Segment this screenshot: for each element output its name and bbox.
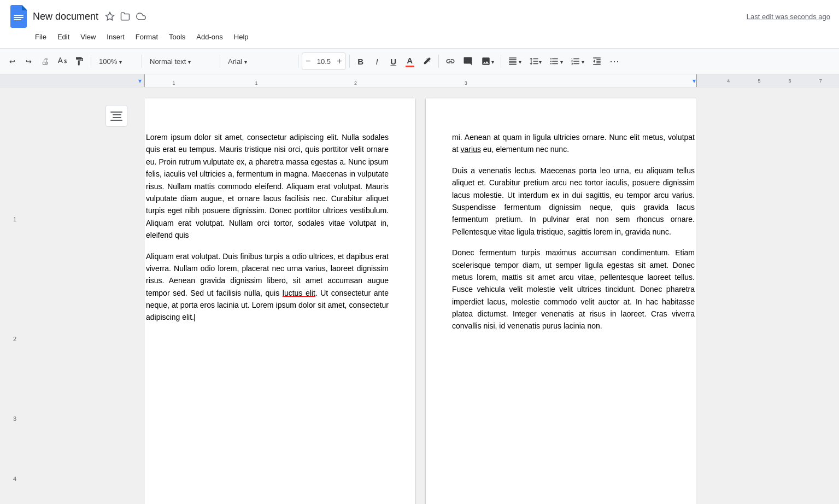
font-chevron-icon	[244, 57, 247, 66]
document-area[interactable]: Lorem ipsum dolor sit amet, consectetur …	[145, 87, 696, 504]
outline-line-4	[110, 120, 122, 121]
print-button[interactable]	[37, 52, 52, 70]
svg-marker-3	[106, 13, 114, 20]
right-panel	[696, 87, 839, 504]
folder-icon[interactable]	[120, 11, 130, 21]
ruler-tick-5: 4	[727, 78, 730, 84]
comment-button[interactable]	[460, 52, 476, 70]
page-num-2: 2	[13, 336, 16, 342]
style-chevron-icon	[188, 57, 191, 66]
zoom-dropdown[interactable]: 100%	[95, 52, 138, 70]
page-num-4: 4	[13, 476, 16, 482]
menu-tools[interactable]: Tools	[165, 31, 190, 43]
font-dropdown[interactable]: Arial	[224, 52, 295, 70]
ruler-tick-6: 5	[758, 78, 760, 84]
separator-6	[438, 55, 439, 68]
menu-help[interactable]: Help	[230, 31, 253, 43]
ruler-right-margin: 4 5 6 7	[696, 74, 839, 87]
zoom-chevron-icon	[119, 57, 122, 66]
undo-button[interactable]	[4, 52, 20, 70]
separator-5	[349, 55, 350, 68]
paragraph-2: Aliquam erat volutpat. Duis finibus turp…	[146, 250, 389, 324]
main-area: 1 2 3 4 Lorem ipsum dolor sit amet, cons…	[0, 87, 839, 504]
title-action-icons	[105, 11, 146, 21]
left-sidebar: 1 2 3 4	[0, 87, 145, 504]
redo-button[interactable]	[21, 52, 36, 70]
image-button[interactable]	[477, 52, 497, 70]
image-chevron-icon	[491, 57, 494, 66]
link-button[interactable]	[442, 52, 459, 70]
ruler-tick-2: 1	[255, 80, 258, 86]
align-chevron-icon	[519, 57, 521, 66]
text-cursor	[194, 314, 195, 321]
page-num-3: 3	[13, 415, 16, 422]
ruler-tick-7: 6	[789, 78, 791, 84]
highlight-button[interactable]	[419, 52, 435, 70]
pages-container: Lorem ipsum dolor sit amet, consectetur …	[145, 98, 696, 493]
cloud-icon[interactable]	[136, 11, 146, 21]
page-2[interactable]: mi. Aenean at quam in ligula ultricies o…	[426, 98, 696, 504]
font-size-decrease[interactable]: −	[302, 53, 314, 69]
spacing-chevron-icon	[539, 57, 542, 66]
save-status[interactable]: Last edit was seconds ago	[747, 13, 830, 21]
list-chevron-icon	[560, 57, 563, 66]
ruler-tick-8: 7	[819, 78, 822, 84]
menu-view[interactable]: View	[76, 31, 100, 43]
font-size-increase[interactable]: +	[333, 53, 345, 69]
toolbar: 100% Normal text Arial − + B I U A	[0, 48, 839, 74]
ruler-tick-4: 3	[465, 80, 467, 86]
menu-file[interactable]: File	[31, 31, 51, 43]
right-indent-marker[interactable]: ▾	[693, 77, 696, 85]
svg-rect-1	[14, 17, 24, 18]
font-size-input[interactable]	[314, 57, 333, 66]
separator-7	[501, 55, 501, 68]
font-size-control: − +	[302, 52, 346, 70]
paragraph-4: Duis a venenatis lectus. Maecenas porta …	[452, 165, 695, 238]
paragraph-1: Lorem ipsum dolor sit amet, consectetur …	[146, 131, 389, 242]
outline-line-2	[113, 114, 121, 115]
numbered-list-chevron-icon	[582, 57, 584, 66]
align-button[interactable]	[504, 52, 525, 70]
page-1[interactable]: Lorem ipsum dolor sit amet, consectetur …	[145, 98, 415, 504]
star-icon[interactable]	[105, 11, 115, 21]
outline-lines-icon	[106, 107, 127, 125]
document-title[interactable]: New document	[33, 11, 98, 22]
separator-4	[298, 55, 298, 68]
menu-addons[interactable]: Add-ons	[192, 31, 227, 43]
more-options-button[interactable]: ⋯	[606, 52, 622, 70]
text-color-button[interactable]: A	[402, 52, 418, 70]
paintformat-button[interactable]	[71, 52, 87, 70]
spellcheck-button[interactable]	[54, 52, 70, 70]
paragraph-3: mi. Aenean at quam in ligula ultricies o…	[452, 131, 695, 156]
ruler-tick-3: 2	[354, 80, 357, 86]
app-icon	[9, 5, 28, 28]
paragraph-1-text: Lorem ipsum dolor sit amet, consectetur …	[146, 133, 389, 239]
ruler-tick-1: 1	[172, 80, 175, 86]
title-bar: New document Last edit was seconds ago	[0, 0, 839, 28]
bullet-list-button[interactable]	[546, 52, 566, 70]
zoom-value: 100%	[99, 57, 117, 66]
style-value: Normal text	[150, 57, 186, 66]
underline-button[interactable]: U	[386, 52, 401, 70]
ruler-content: 1 1 2 3 ▾	[145, 74, 696, 87]
left-indent-marker[interactable]: ▾	[138, 77, 142, 85]
menu-bar: File Edit View Insert Format Tools Add-o…	[0, 28, 839, 48]
line-spacing-button[interactable]	[526, 52, 545, 70]
style-dropdown[interactable]: Normal text	[145, 52, 216, 70]
outline-line-1	[110, 112, 122, 113]
svg-rect-0	[14, 15, 24, 16]
outline-line-3	[113, 117, 121, 118]
separator-1	[91, 55, 91, 68]
paragraph-3-post: eu, elementum nec nunc.	[481, 145, 569, 154]
page-num-1: 1	[13, 216, 16, 222]
outline-toggle[interactable]	[105, 105, 127, 127]
numbered-list-button[interactable]	[567, 52, 588, 70]
menu-edit[interactable]: Edit	[53, 31, 74, 43]
bold-button[interactable]: B	[353, 52, 368, 70]
separator-2	[142, 55, 142, 68]
paragraph-2-underline: luctus elit	[283, 289, 315, 297]
indent-decrease-button[interactable]	[589, 52, 605, 70]
menu-format[interactable]: Format	[131, 31, 162, 43]
menu-insert[interactable]: Insert	[102, 31, 129, 43]
italic-button[interactable]: I	[369, 52, 385, 70]
